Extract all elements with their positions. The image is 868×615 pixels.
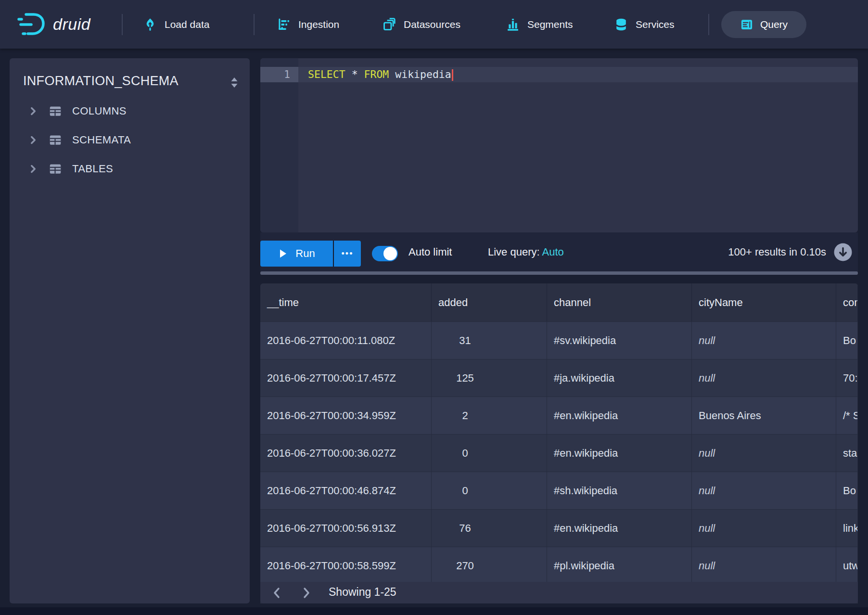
schema-title: INFORMATION_SCHEMA [23, 74, 179, 89]
table-cell[interactable]: #sv.wikipedia [547, 322, 692, 359]
chevron-right-icon[interactable] [27, 163, 39, 175]
table-cell[interactable]: 2 [432, 397, 547, 434]
table-cell[interactable]: #sh.wikipedia [547, 472, 692, 509]
column-header-added[interactable]: added [432, 283, 547, 321]
table-cell[interactable]: utw [836, 547, 858, 584]
auto-limit-label[interactable]: Auto limit [408, 246, 452, 258]
nav-separator [122, 14, 123, 35]
table-cell[interactable]: null [692, 547, 836, 584]
table-cell[interactable]: link [836, 510, 858, 547]
table-cell[interactable]: 0 [432, 435, 547, 472]
text-cursor [452, 69, 453, 81]
table-cell[interactable]: null [692, 322, 836, 359]
table-cell[interactable]: /* S [836, 397, 858, 434]
table-row: 2016-06-27T00:00:34.959Z 2 #en.wikipedia… [260, 397, 858, 434]
auto-limit-toggle[interactable] [372, 246, 398, 261]
table-cell[interactable]: #pl.wikipedia [547, 547, 692, 584]
table-icon [48, 162, 63, 176]
more-dots-icon: ••• [342, 249, 354, 259]
druid-logo[interactable]: druid [16, 0, 90, 49]
line-number: 1 [260, 67, 290, 82]
table-cell[interactable]: 76 [432, 510, 547, 547]
table-cell[interactable]: #en.wikipedia [547, 435, 692, 472]
segments-icon [506, 18, 520, 31]
table-row: 2016-06-27T00:00:36.027Z 0 #en.wikipedia… [260, 434, 858, 472]
table-row: 2016-06-27T00:00:46.874Z 0 #sh.wikipedia… [260, 472, 858, 509]
nav-item-query[interactable]: Query [721, 11, 806, 38]
table-cell[interactable]: 2016-06-27T00:00:56.913Z [260, 510, 432, 547]
run-button-label: Run [295, 247, 315, 260]
table-row: 2016-06-27T00:00:58.599Z 270 #pl.wikiped… [260, 547, 858, 584]
services-icon [614, 18, 628, 31]
chevron-right-icon [300, 586, 312, 600]
table-cell[interactable]: #en.wikipedia [547, 510, 692, 547]
datasources-icon [383, 18, 396, 31]
toggle-knob [383, 247, 397, 260]
table-cell[interactable]: Buenos Aires [692, 397, 836, 434]
live-query-label: Live query: [488, 246, 540, 258]
schema-selector[interactable]: INFORMATION_SCHEMA [10, 70, 250, 95]
double-caret-icon[interactable] [227, 75, 242, 91]
nav-item-services[interactable]: Services [614, 0, 675, 49]
play-icon [278, 248, 288, 259]
nav-separator [708, 14, 709, 35]
previous-page-button[interactable] [269, 585, 285, 601]
table-cell[interactable]: 2016-06-27T00:00:34.959Z [260, 397, 432, 434]
nav-item-segments[interactable]: Segments [506, 0, 573, 49]
chevron-right-icon[interactable] [27, 134, 39, 146]
table-cell[interactable]: #en.wikipedia [547, 397, 692, 434]
download-results-icon[interactable] [833, 243, 853, 262]
run-more-button[interactable]: ••• [334, 241, 361, 267]
table-cell[interactable]: sta [836, 435, 858, 472]
column-header-cityname[interactable]: cityName [692, 283, 836, 321]
results-body: 2016-06-27T00:00:11.080Z 31 #sv.wikipedi… [260, 321, 858, 584]
table-cell[interactable]: null [692, 359, 836, 397]
results-pagination-bar: Showing 1-25 [260, 582, 858, 603]
column-header-channel[interactable]: channel [547, 283, 692, 321]
sql-query-text[interactable]: SELECT * FROM wikipedia [308, 67, 453, 82]
table-cell[interactable]: 2016-06-27T00:00:36.027Z [260, 435, 432, 472]
table-cell[interactable]: null [692, 472, 836, 509]
table-cell[interactable]: null [692, 510, 836, 547]
results-summary: 100+ results in 0.10s [728, 246, 826, 258]
results-splitter[interactable] [260, 271, 858, 275]
table-cell[interactable]: 2016-06-27T00:00:11.080Z [260, 322, 432, 359]
table-cell[interactable]: #ja.wikipedia [547, 359, 692, 397]
nav-item-load-data[interactable]: Load data [143, 0, 209, 49]
sidebar-item-tables[interactable]: TABLES [10, 155, 250, 183]
sidebar-item-columns[interactable]: COLUMNS [10, 97, 250, 125]
chevron-right-icon[interactable] [27, 105, 39, 117]
pagination-status: Showing 1-25 [329, 586, 396, 599]
nav-item-label: Query [760, 19, 788, 30]
query-editor[interactable]: 1 SELECT * FROM wikipedia [260, 58, 858, 232]
table-cell[interactable]: 70: [836, 359, 858, 397]
druid-logo-icon [16, 11, 46, 38]
table-row: 2016-06-27T00:00:17.457Z 125 #ja.wikiped… [260, 359, 858, 397]
table-icon [48, 133, 63, 147]
query-icon [740, 18, 753, 31]
nav-item-ingestion[interactable]: Ingestion [277, 0, 339, 49]
column-header-comment[interactable]: com [836, 283, 858, 321]
sidebar-item-schemata[interactable]: SCHEMATA [10, 126, 250, 154]
results-table: __time added channel cityName com 2016-0… [260, 283, 858, 603]
table-cell[interactable]: Bo [836, 472, 858, 509]
table-cell[interactable]: 2016-06-27T00:00:58.599Z [260, 547, 432, 584]
table-cell[interactable]: 2016-06-27T00:00:17.457Z [260, 359, 432, 397]
live-query-value[interactable]: Auto [542, 246, 564, 258]
table-cell[interactable]: 2016-06-27T00:00:46.874Z [260, 472, 432, 509]
bottom-edge [0, 607, 868, 615]
table-cell[interactable]: 125 [432, 359, 547, 397]
nav-item-datasources[interactable]: Datasources [383, 0, 460, 49]
table-cell[interactable]: 31 [432, 322, 547, 359]
chevron-left-icon [271, 586, 283, 600]
run-button[interactable]: Run [260, 241, 333, 267]
table-cell[interactable]: 270 [432, 547, 547, 584]
table-cell[interactable]: Bo [836, 322, 858, 359]
nav-item-label: Ingestion [298, 19, 339, 30]
brand-name: druid [53, 15, 90, 34]
table-cell[interactable]: null [692, 435, 836, 472]
column-header-time[interactable]: __time [260, 283, 432, 321]
next-page-button[interactable] [298, 585, 314, 601]
table-cell[interactable]: 0 [432, 472, 547, 509]
schema-sidebar: INFORMATION_SCHEMA COLUMNS [10, 58, 250, 603]
